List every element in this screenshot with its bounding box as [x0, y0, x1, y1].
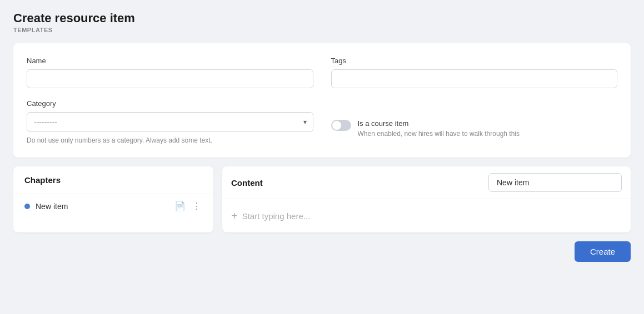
content-card: Content + Start typing here...	[222, 166, 631, 232]
chapter-actions: 📄 ⋮	[173, 201, 202, 212]
category-label: Category	[27, 99, 313, 108]
more-icon: ⋮	[192, 201, 201, 211]
toggle-description: When enabled, new hires will have to wal…	[358, 129, 618, 139]
breadcrumb: TEMPLATES	[13, 27, 631, 33]
toggle-info: Is a course item When enabled, new hires…	[358, 119, 618, 139]
bottom-section: Chapters New item 📄 ⋮ Content + Start ty…	[13, 166, 631, 232]
name-input[interactable]	[27, 69, 313, 88]
category-hint: Do not use only numbers as a category. A…	[27, 136, 313, 144]
chapters-title: Chapters	[13, 166, 213, 194]
content-title: Content	[231, 178, 480, 188]
content-name-input[interactable]	[488, 173, 622, 192]
start-typing-text: Start typing here...	[242, 211, 311, 221]
toggle-slider	[331, 120, 351, 131]
doc-icon: 📄	[174, 201, 186, 211]
name-label: Name	[27, 57, 313, 65]
tags-label: Tags	[331, 57, 618, 65]
tags-group: Tags	[331, 57, 618, 88]
category-select-wrapper: --------- ▾	[27, 112, 313, 132]
form-card: Name Tags Category --------- ▾ Do not us…	[13, 43, 631, 158]
category-select[interactable]: ---------	[27, 112, 313, 132]
create-button[interactable]: Create	[575, 241, 631, 262]
content-header: Content	[222, 166, 631, 199]
chapters-card: Chapters New item 📄 ⋮	[13, 166, 213, 232]
chapter-more-button[interactable]: ⋮	[191, 201, 202, 212]
content-body: + Start typing here...	[222, 199, 631, 232]
chapter-doc-button[interactable]: 📄	[173, 201, 187, 212]
name-group: Name	[27, 57, 313, 88]
chapter-dot-icon	[24, 204, 30, 209]
page-title: Create resource item	[13, 11, 631, 26]
course-item-toggle[interactable]	[331, 120, 351, 131]
toggle-label: Is a course item	[358, 119, 618, 128]
plus-icon: +	[231, 210, 238, 221]
toggle-group: Is a course item When enabled, new hires…	[331, 99, 618, 139]
category-group: Category --------- ▾ Do not use only num…	[27, 99, 313, 144]
start-typing-area[interactable]: + Start typing here...	[231, 210, 622, 221]
tags-input[interactable]	[331, 69, 618, 88]
footer: Create	[13, 241, 631, 262]
chapter-name: New item	[36, 202, 168, 211]
chapter-item[interactable]: New item 📄 ⋮	[13, 194, 213, 219]
